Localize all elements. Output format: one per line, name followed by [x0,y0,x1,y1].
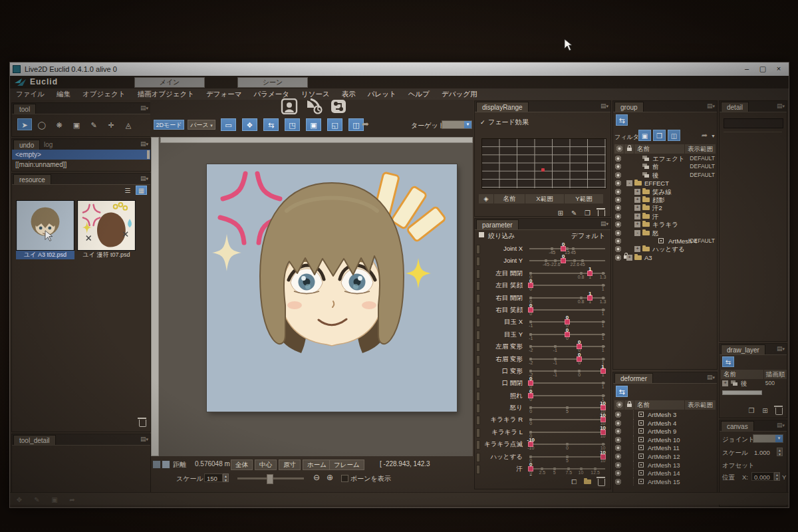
parameter-slider[interactable]: 010 [529,279,605,291]
menu-item-3[interactable]: 描画オブジェクト [131,90,200,99]
menu-item-2[interactable]: オブジェクト [76,90,131,99]
expander-icon[interactable]: + [626,255,632,261]
tab-log[interactable]: log [39,140,58,150]
parameter-slider[interactable]: -2-1010 [529,340,605,352]
group-tree-row[interactable]: +顔影 [613,196,717,203]
eye-icon[interactable] [615,445,621,451]
tab-main[interactable]: メイン [134,77,205,88]
menu-item-10[interactable]: デバッグ用 [436,90,483,99]
scale-input[interactable]: 150 [204,473,223,482]
tab-canvas[interactable]: canvas [721,421,754,431]
slider-track[interactable] [529,432,605,433]
maximize-icon[interactable]: ▢ [755,64,770,74]
undo-scrollbar[interactable] [147,150,150,159]
view-1-button[interactable]: 中心 [255,460,277,470]
group-tree-row[interactable]: 前DEFAULT [613,162,717,170]
parameter-slider[interactable]: 051010 [529,402,605,414]
display-range-graph[interactable] [481,138,606,189]
eye-icon[interactable] [615,180,621,186]
menu-item-7[interactable]: 表示 [336,90,362,99]
expander-icon[interactable]: - [634,230,640,236]
mode-2d-button[interactable]: 2Dモード [154,120,184,130]
viewport-hscrollbar[interactable] [160,137,473,143]
half-box-icon[interactable]: ◱ [327,118,342,131]
deformer-row[interactable]: ArtMesh 11 [613,444,717,452]
slider-track[interactable] [529,260,605,261]
panel-menu-icon[interactable]: ▤▾ [707,102,715,110]
eye-icon[interactable] [615,428,621,434]
swap-view-icon[interactable]: ⇆ [263,118,279,131]
eye-icon[interactable] [615,172,621,178]
filter-layer-icon[interactable]: ◫ [668,130,680,141]
position-x-spinner[interactable]: ▲▼ [774,472,780,481]
group-tree-row[interactable]: +ハッとする [613,245,717,253]
add-layer-icon[interactable]: ⊞ [760,406,771,416]
camera-tool-icon[interactable]: ▣ [69,119,84,131]
group-tree-row[interactable]: +笑み線 [613,188,717,196]
target-dropdown[interactable]: ▼ [442,120,472,129]
character-mode-icon[interactable] [281,98,298,114]
status-layer-icon[interactable]: ▣ [49,494,60,506]
deformer-row[interactable]: ArtMesh 10 [613,436,717,444]
mesh-edit-icon[interactable]: ❖ [242,118,257,131]
deformer-row[interactable]: ArtMesh 15 [613,477,717,486]
panel-menu-icon[interactable]: ▤▾ [600,220,608,227]
eye-icon[interactable] [615,255,621,261]
deformer-row[interactable]: ArtMesh 4 [613,419,717,428]
filter-icon[interactable] [479,232,484,237]
deformer-sync-button[interactable]: ⇆ [616,386,628,397]
menu-item-5[interactable]: パラメータ [247,90,295,99]
tab-undo[interactable]: undo [13,140,40,150]
tab-display-range[interactable]: displayRange [476,102,529,112]
transform-tool-icon[interactable]: ✛ [104,119,118,131]
eye-icon[interactable] [615,479,621,485]
eye-icon[interactable] [615,230,621,236]
expander-icon[interactable]: + [634,213,640,219]
resource-thumbnail[interactable]: ユイ A3 t02.psd [16,200,74,259]
tab-scene[interactable]: シーン [237,77,308,88]
eye-icon[interactable] [615,454,621,460]
filter-mesh-icon[interactable]: ▣ [638,130,651,141]
parameter-slider[interactable]: 051010 [529,451,605,463]
tab-draw-layer[interactable]: draw_layer [721,344,765,354]
close-icon[interactable]: × [771,64,786,74]
canvas-color-swatch[interactable] [162,460,170,469]
panel-menu-icon[interactable]: ▤▾ [140,436,148,443]
eye-icon[interactable] [615,189,621,195]
joint-dropdown[interactable]: ▼ [753,434,783,443]
menu-item-8[interactable]: パレット [362,90,402,99]
undo-entry[interactable]: [[main:unnamed]] [12,160,150,170]
range-point[interactable] [541,168,545,172]
zoom-in-icon[interactable]: ⊕ [327,473,333,482]
slider-track[interactable] [529,297,605,299]
viewport-vscrollbar[interactable] [151,137,159,456]
position-x-input[interactable]: 0.000 [751,472,774,481]
parameter-slider[interactable]: -4515450 [529,243,605,255]
select-region-icon[interactable]: ▭ [221,118,236,131]
panel-menu-icon[interactable]: ▤▾ [777,345,785,352]
slider-track[interactable] [529,395,605,396]
list-view-icon[interactable]: ☰ [122,186,133,196]
group-tree-row[interactable]: -EFFECT [613,179,717,187]
draw-layer-row[interactable]: +後500 [720,379,787,388]
copy-range-icon[interactable]: ❐ [583,209,593,216]
panel-menu-icon[interactable]: ▤▾ [140,104,148,112]
slider-track[interactable] [529,358,605,360]
menu-item-1[interactable]: 編集 [51,90,76,99]
resource-thumbnail-image[interactable] [16,200,74,251]
texture-mode-icon[interactable] [305,98,323,114]
expander-icon[interactable]: + [634,246,640,252]
deformer-row[interactable]: ArtMesh 12 [613,452,717,461]
deformer-row[interactable]: ArtMesh 9 [613,427,717,436]
view-4-button[interactable]: フレーム [329,460,364,470]
scale-spinner[interactable]: ▲▼ [223,473,229,482]
view-0-button[interactable]: 全体 [231,460,253,470]
viewport[interactable] [151,137,473,456]
canvas-scale-spinner[interactable]: ▲▼ [777,448,783,456]
panel-menu-icon[interactable]: ▤▾ [600,102,608,110]
panel-menu-icon[interactable]: ▤▾ [707,374,715,381]
tab-parameter[interactable]: parameter [476,219,519,229]
menu-item-9[interactable]: ヘルプ [402,90,436,99]
group-tree-row[interactable]: +汗2 [613,203,717,211]
group-tree-row[interactable]: +キラキラ [613,220,717,228]
